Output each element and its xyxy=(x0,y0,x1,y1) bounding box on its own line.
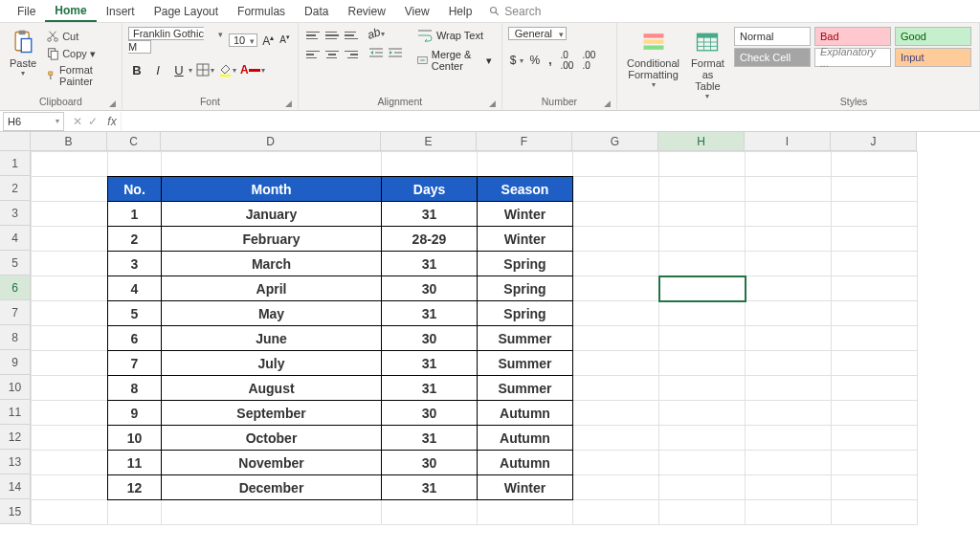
cell-H1[interactable] xyxy=(659,152,746,177)
cell-G6[interactable] xyxy=(573,276,659,301)
cell-I15[interactable] xyxy=(746,500,832,525)
cell-style-good[interactable]: Good xyxy=(895,27,971,46)
data-cell-season-8[interactable]: Autumn xyxy=(478,401,573,426)
menu-file[interactable]: File xyxy=(8,2,45,21)
data-cell-season-4[interactable]: Spring xyxy=(478,301,573,326)
data-cell-season-3[interactable]: Spring xyxy=(478,276,573,301)
percent-format-button[interactable]: % xyxy=(528,53,543,68)
table-header-season[interactable]: Season xyxy=(478,177,573,202)
align-left-button[interactable] xyxy=(304,46,322,63)
cell-I5[interactable] xyxy=(746,252,832,276)
alignment-dialog-launcher[interactable]: ◢ xyxy=(489,99,499,108)
data-cell-days-7[interactable]: 31 xyxy=(382,376,478,401)
menu-formulas[interactable]: Formulas xyxy=(228,2,295,21)
column-header-G[interactable]: G xyxy=(572,132,658,151)
format-as-table-button[interactable]: Format as Table ▾ xyxy=(687,27,728,102)
cell-G11[interactable] xyxy=(573,401,659,426)
cell-I9[interactable] xyxy=(746,351,832,376)
cell-G1[interactable] xyxy=(573,152,659,177)
cell-J4[interactable] xyxy=(832,227,918,252)
cell-D1[interactable] xyxy=(162,152,382,177)
cell-D15[interactable] xyxy=(162,500,382,525)
data-cell-season-11[interactable]: Winter xyxy=(478,475,573,500)
cell-B11[interactable] xyxy=(32,401,108,426)
cell-G13[interactable] xyxy=(573,451,659,475)
cell-J7[interactable] xyxy=(832,301,918,326)
cell-J8[interactable] xyxy=(832,326,918,351)
data-cell-month-4[interactable]: May xyxy=(162,301,382,326)
data-cell-no-3[interactable]: 4 xyxy=(108,276,162,301)
cell-B9[interactable] xyxy=(32,351,108,376)
column-header-E[interactable]: E xyxy=(381,132,477,151)
merge-center-button[interactable]: Merge & Center ▾ xyxy=(413,47,496,74)
table-header-no[interactable]: No. xyxy=(108,177,162,202)
cell-H7[interactable] xyxy=(659,301,746,326)
data-cell-season-1[interactable]: Winter xyxy=(478,227,573,252)
cell-G5[interactable] xyxy=(573,252,659,276)
menu-data[interactable]: Data xyxy=(295,2,338,21)
cell-I7[interactable] xyxy=(746,301,832,326)
cancel-formula-button[interactable]: ✕ xyxy=(73,115,82,128)
cell-B5[interactable] xyxy=(32,252,108,276)
data-cell-month-10[interactable]: November xyxy=(162,451,382,475)
cell-G8[interactable] xyxy=(573,326,659,351)
cell-E15[interactable] xyxy=(382,500,478,525)
cell-B6[interactable] xyxy=(32,276,108,301)
cell-G10[interactable] xyxy=(573,376,659,401)
cell-G9[interactable] xyxy=(573,351,659,376)
comma-format-button[interactable]: , xyxy=(546,53,553,68)
align-right-button[interactable] xyxy=(343,46,360,63)
cell-style-input[interactable]: Input xyxy=(895,48,971,67)
data-cell-no-11[interactable]: 12 xyxy=(108,475,162,500)
row-header-6[interactable]: 6 xyxy=(0,276,31,300)
cell-H15[interactable] xyxy=(659,500,746,525)
cell-style-normal[interactable]: Normal xyxy=(734,27,811,46)
data-cell-season-5[interactable]: Summer xyxy=(478,326,573,351)
cell-B3[interactable] xyxy=(32,202,108,227)
data-cell-season-0[interactable]: Winter xyxy=(478,202,573,227)
cell-J10[interactable] xyxy=(832,376,918,401)
name-box[interactable]: H6 xyxy=(3,112,64,131)
table-header-days[interactable]: Days xyxy=(382,177,478,202)
font-dialog-launcher[interactable]: ◢ xyxy=(285,99,295,108)
column-header-I[interactable]: I xyxy=(745,132,831,151)
data-cell-days-11[interactable]: 31 xyxy=(382,475,478,500)
row-header-15[interactable]: 15 xyxy=(0,499,31,524)
cell-I12[interactable] xyxy=(746,426,832,451)
data-cell-days-5[interactable]: 30 xyxy=(382,326,478,351)
accounting-format-button[interactable]: $▾ xyxy=(508,53,523,68)
data-cell-no-4[interactable]: 5 xyxy=(108,301,162,326)
cell-B7[interactable] xyxy=(32,301,108,326)
font-color-button[interactable]: A▾ xyxy=(240,63,265,77)
column-header-F[interactable]: F xyxy=(477,132,572,151)
paste-button[interactable]: Paste ▾ xyxy=(6,27,40,79)
decrease-decimal-button[interactable]: .00.0 xyxy=(580,49,597,72)
cell-G12[interactable] xyxy=(573,426,659,451)
data-cell-month-2[interactable]: March xyxy=(162,252,382,276)
data-cell-season-7[interactable]: Summer xyxy=(478,376,573,401)
conditional-formatting-button[interactable]: Conditional Formatting ▾ xyxy=(623,27,683,91)
cell-J13[interactable] xyxy=(832,451,918,475)
cell-G15[interactable] xyxy=(573,500,659,525)
data-cell-no-5[interactable]: 6 xyxy=(108,326,162,351)
row-header-8[interactable]: 8 xyxy=(0,325,31,350)
formula-input[interactable] xyxy=(121,112,980,131)
data-cell-month-5[interactable]: June xyxy=(162,326,382,351)
cell-J11[interactable] xyxy=(832,401,918,426)
cell-G14[interactable] xyxy=(573,475,659,500)
cell-B2[interactable] xyxy=(32,177,108,202)
cell-B8[interactable] xyxy=(32,326,108,351)
cell-style-check[interactable]: Check Cell xyxy=(734,48,811,67)
column-header-D[interactable]: D xyxy=(161,132,381,151)
grow-font-button[interactable]: A▴ xyxy=(260,33,276,49)
cell-H12[interactable] xyxy=(659,426,746,451)
menu-help[interactable]: Help xyxy=(439,2,482,21)
data-cell-no-2[interactable]: 3 xyxy=(108,252,162,276)
cell-J14[interactable] xyxy=(832,475,918,500)
cell-E1[interactable] xyxy=(382,152,478,177)
data-cell-days-8[interactable]: 30 xyxy=(382,401,478,426)
cell-H5[interactable] xyxy=(659,252,746,276)
wrap-text-button[interactable]: Wrap Text xyxy=(413,27,496,44)
increase-indent-button[interactable] xyxy=(387,45,404,60)
cell-F15[interactable] xyxy=(478,500,573,525)
